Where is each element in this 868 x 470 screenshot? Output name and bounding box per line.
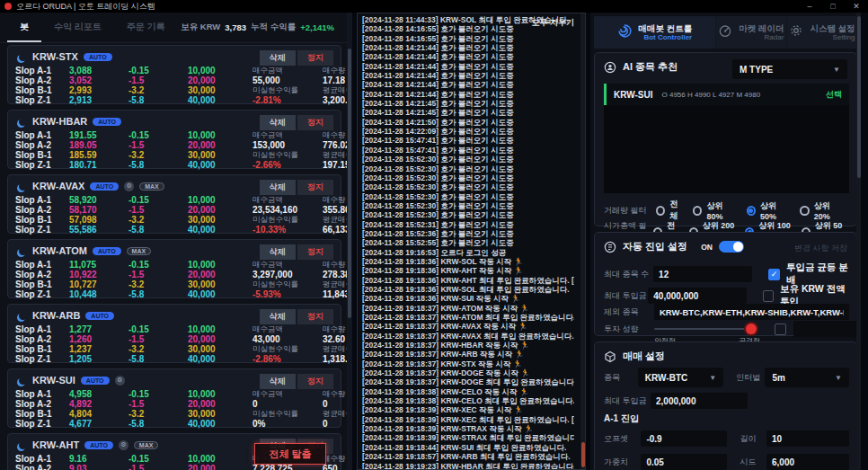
nav-setting[interactable]: 시스템 설정Setting — [787, 16, 857, 49]
radio-option[interactable]: 상위 50% — [747, 200, 792, 221]
holding-value: 3,783 — [225, 22, 246, 32]
equal-split-checkbox[interactable]: ✓ — [768, 269, 780, 280]
gear-icon[interactable]: ⚙ — [115, 376, 125, 386]
nav-subtitle: Bot Controller — [639, 33, 693, 41]
log-line: [2024-11-28 19:18:37] KRW-ATOM 작동 시작 🏃 — [362, 304, 574, 313]
slot-value: 10,000 — [188, 454, 251, 464]
all-in-checkbox[interactable] — [763, 290, 774, 302]
auto-entry-card: 자동 진입 설정 ON 변경 사항 저장 최대 종목 수 ✓ 투입금 균등 분배… — [594, 232, 857, 336]
minimize-button[interactable]: – — [798, 2, 821, 11]
slot-label: Slop Z-1 — [15, 419, 69, 429]
tab-2[interactable]: 주문 기록 — [114, 13, 178, 42]
stop-button[interactable]: 정지 — [297, 115, 333, 130]
radio-option[interactable]: 상위 80% — [693, 200, 738, 221]
stop-button[interactable]: 정지 — [297, 50, 333, 66]
entry-field-input[interactable] — [641, 430, 727, 447]
delete-button[interactable]: 삭제 — [260, 244, 296, 260]
trade-max-invest-input[interactable] — [651, 393, 748, 409]
ai-recommend-item[interactable]: KRW-SUI O 4956 H 4990 L 4927 M 4980 선택 — [604, 84, 849, 105]
auto-entry-title: 자동 진입 설정 — [623, 240, 687, 253]
entry-field-input[interactable] — [641, 454, 727, 470]
log-line: [2024-11-28 19:18:37] KRW-STX 작동 시작 🏃 — [362, 359, 574, 368]
delete-button[interactable]: 삭제 — [260, 115, 296, 130]
coin-stats: 매수금액매수량23,534,160355.86미실현수익률평균매수가-10.33… — [252, 195, 352, 235]
nav-title: 매매봇 컨트롤 — [639, 23, 693, 33]
max-coins-input[interactable] — [653, 266, 752, 282]
slot-value: -5.8 — [128, 225, 188, 235]
chevron-down-icon: ▼ — [833, 66, 840, 74]
exit-all-button[interactable]: 전체 탈출 — [254, 443, 326, 465]
slot-label: Slop A-2 — [15, 140, 69, 150]
slot-grid: Slop A-1191.55-0.1510,000Slop A-2189.05-… — [15, 130, 251, 170]
log-line: [2024-11-28 15:52:30] 호가 불러오기 시도중 — [362, 201, 574, 210]
ai-recommend-card: AI 종목 추천 M TYPE ▼ KRW-SUI O 4956 H 4990 … — [594, 52, 857, 226]
auto-entry-toggle[interactable] — [719, 241, 744, 253]
slot-label: Slop B-1 — [15, 344, 69, 354]
interval-dropdown[interactable]: 5m ▼ — [765, 368, 849, 387]
ai-item-ohlc: O 4956 H 4990 L 4927 M 4980 — [662, 91, 761, 99]
slot-value: 11,075 — [69, 260, 128, 270]
log-scrollbar[interactable] — [580, 13, 585, 469]
max-invest-input[interactable] — [648, 288, 747, 304]
coin-card: KRW-SUIAUTO⚙삭제정지Slop A-14,958-0.1510,000… — [7, 368, 341, 428]
style-option-checkbox[interactable] — [775, 324, 786, 335]
maximize-button[interactable]: □ — [821, 2, 845, 11]
close-button[interactable]: ✕ — [845, 2, 868, 11]
style-option-dropdown[interactable]: ▼ — [793, 321, 861, 337]
slot-label: Slop B-1 — [15, 409, 69, 419]
delete-button[interactable]: 삭제 — [260, 50, 296, 66]
slot-label: Slop Z-1 — [15, 225, 69, 235]
nav-radar[interactable]: 마켓 레이더Radar — [716, 16, 786, 49]
delete-button[interactable]: 삭제 — [260, 374, 296, 389]
buy-amount-label: 매수금액 — [252, 260, 317, 270]
slot-value: -0.15 — [128, 389, 188, 399]
tab-1[interactable]: 수익 리포트 — [41, 13, 114, 42]
slot-value: 4,892 — [69, 399, 128, 409]
left-panel-scrollbar[interactable] — [347, 13, 352, 470]
interval-selected: 5m — [772, 373, 784, 383]
log-line: [2024-11-28 15:52:30] 호가 불러오기 시도중 — [362, 155, 574, 164]
exclude-input[interactable] — [654, 304, 849, 320]
stop-button[interactable]: 정지 — [297, 374, 333, 389]
max-badge: MAX — [134, 441, 159, 449]
slot-label: Slop A-1 — [15, 66, 69, 75]
delete-button[interactable]: 삭제 — [260, 180, 296, 195]
right-panel-scrollbar[interactable] — [856, 13, 861, 470]
buy-amount-label: 매수금액 — [252, 66, 317, 75]
coin-card-buttons: 삭제정지 — [260, 180, 333, 195]
buy-amount-value: 0 — [252, 399, 317, 409]
left-panel-scrollbar-thumb[interactable] — [348, 49, 351, 318]
delete-button[interactable]: 삭제 — [260, 309, 296, 324]
nav-bot-controller[interactable]: 매매봇 컨트롤Bot Controller — [594, 16, 715, 49]
gear-icon[interactable]: ⚙ — [124, 182, 134, 191]
log-line: [2024-11-28 19:18:39] KRW-XEC 최대 투입 완료하였… — [362, 415, 574, 424]
gear-icon[interactable]: ⚙ — [119, 440, 128, 450]
tab-0[interactable]: 봇 — [7, 13, 41, 42]
radio-option[interactable]: 상위 20% — [800, 200, 845, 221]
log-line: [2024-11-28 19:18:44] KRW-SUI 최대 투입 완료하였… — [362, 443, 574, 452]
ai-type-dropdown[interactable]: M TYPE ▼ — [732, 59, 847, 79]
slot-value: -1.5 — [128, 464, 188, 470]
slot-label: Slop Z-1 — [15, 160, 69, 170]
style-label: 투자 성향 — [604, 324, 654, 335]
coin-dropdown[interactable]: KRW-BTC ▼ — [638, 368, 723, 387]
style-slider-knob[interactable] — [746, 324, 757, 334]
stop-button[interactable]: 정지 — [297, 244, 333, 260]
style-slider[interactable]: 안정적 공격적 — [654, 328, 755, 330]
entry-field-input[interactable] — [766, 430, 849, 447]
ai-item-select-button[interactable]: 선택 — [826, 89, 842, 101]
coin-card-buttons: 삭제정지 — [260, 374, 333, 389]
clear-logs-button[interactable]: 모두 지우기 — [531, 17, 574, 29]
stop-button[interactable]: 정지 — [297, 309, 333, 324]
right-panel-scrollbar-thumb[interactable] — [857, 16, 861, 178]
entry-field-input[interactable] — [766, 454, 849, 470]
stop-button[interactable]: 정지 — [297, 180, 333, 195]
save-changes-label[interactable]: 변경 사항 저장 — [794, 243, 847, 254]
slot-value: 10,448 — [69, 289, 128, 299]
log-line: [2024-11-28 14:21:44] 호가 불러오기 시도중 — [362, 71, 574, 80]
log-scrollbar-thumb[interactable] — [581, 442, 585, 467]
radio-option[interactable]: 전체 — [656, 199, 684, 222]
app-logo-icon — [4, 3, 12, 10]
coin-icon — [19, 182, 27, 191]
slot-label: Slop A-1 — [15, 324, 69, 334]
